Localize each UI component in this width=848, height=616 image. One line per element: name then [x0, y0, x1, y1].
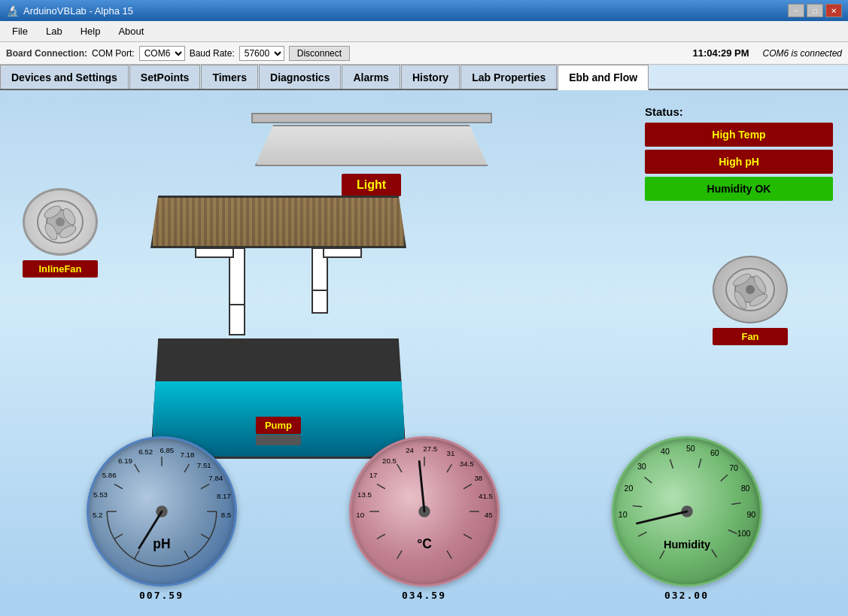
svg-line-23 [114, 484, 122, 489]
svg-line-24 [134, 464, 138, 472]
clock-display: 11:04:29 PM [692, 47, 749, 59]
pump-label: Pump [256, 417, 301, 434]
svg-text:5.86: 5.86 [102, 471, 116, 479]
maximize-button[interactable]: □ [807, 4, 823, 17]
svg-text:7.84: 7.84 [208, 474, 223, 482]
svg-rect-19 [324, 248, 361, 257]
com-port-label: COM Port: [92, 48, 135, 59]
tabs-bar: Devices and Settings SetPoints Timers Di… [0, 65, 848, 90]
svg-text:6.52: 6.52 [138, 448, 153, 456]
menu-help[interactable]: Help [71, 23, 110, 40]
svg-line-45 [397, 551, 401, 559]
svg-line-30 [184, 551, 189, 559]
svg-line-91 [637, 492, 686, 543]
svg-text:100: 100 [737, 529, 750, 538]
lamp-base [251, 113, 492, 123]
svg-text:90: 90 [746, 510, 755, 519]
svg-point-9 [746, 285, 755, 294]
status-panel: Status: High Temp High pH Humidity OK [645, 105, 833, 204]
light-label: Light [342, 174, 401, 196]
svg-line-21 [114, 534, 122, 539]
svg-line-71 [638, 532, 646, 536]
svg-text:20.5: 20.5 [382, 457, 397, 465]
svg-rect-18 [196, 248, 233, 257]
svg-line-48 [376, 484, 384, 489]
baud-rate-select[interactable]: 57600 [239, 46, 284, 61]
svg-text:40: 40 [660, 447, 669, 456]
board-connection-label: Board Connection: [6, 48, 87, 59]
tab-setpoints[interactable]: SetPoints [129, 65, 201, 89]
temp-gauge-container: 10 13.5 17 20.5 24 27.5 31 34.5 38 41.5 … [342, 436, 507, 601]
com-port-select[interactable]: COM6 [139, 46, 185, 61]
inline-fan-icon [23, 188, 98, 256]
main-content: Status: High Temp High pH Humidity OK In… [0, 90, 848, 616]
light-widget: Light [120, 113, 622, 196]
fan-right-icon [713, 256, 788, 323]
minimize-button[interactable]: − [788, 4, 804, 17]
svg-text:30: 30 [637, 462, 646, 471]
svg-text:24: 24 [406, 446, 414, 454]
svg-text:7.18: 7.18 [180, 451, 194, 459]
svg-line-76 [720, 475, 727, 481]
gauges-area: 5.2 5.53 5.86 6.19 6.52 6.85 7.18 7.51 7… [0, 436, 848, 601]
pipe-svg [150, 248, 406, 338]
humidity-gauge-svg: 10 20 30 40 50 60 70 80 90 100 H [614, 438, 760, 584]
humidity-gauge-container: 10 20 30 40 50 60 70 80 90 100 H [604, 436, 770, 601]
svg-text:45: 45 [484, 511, 492, 519]
ph-gauge: 5.2 5.53 5.86 6.19 6.52 6.85 7.18 7.51 7… [87, 436, 237, 587]
svg-text:pH: pH [153, 536, 170, 551]
svg-text:27.5: 27.5 [423, 445, 437, 453]
tab-devices-settings[interactable]: Devices and Settings [0, 65, 129, 89]
tab-diagnostics[interactable]: Diagnostics [259, 65, 341, 89]
fan-label: Fan [713, 328, 788, 345]
baud-rate-label: Baud Rate: [190, 48, 235, 59]
svg-line-68 [403, 462, 439, 511]
svg-text:34.5: 34.5 [459, 460, 473, 468]
menu-about[interactable]: About [109, 23, 153, 40]
svg-point-2 [56, 217, 65, 226]
grow-bed-texture [153, 198, 404, 246]
svg-line-46 [376, 534, 384, 539]
svg-line-20 [134, 551, 138, 559]
close-button[interactable]: ✕ [825, 4, 842, 17]
disconnect-button[interactable]: Disconnect [289, 46, 350, 61]
inline-fan-label: InlineFan [23, 260, 98, 278]
status-high-temp: High Temp [645, 123, 833, 147]
connection-status: COM6 is connected [763, 48, 842, 59]
svg-text:13.5: 13.5 [357, 490, 372, 499]
svg-line-72 [632, 505, 642, 506]
connection-bar: Board Connection: COM Port: COM6 Baud Ra… [0, 42, 848, 65]
temp-gauge-svg: 10 13.5 17 20.5 24 27.5 31 34.5 38 41.5 … [351, 438, 497, 584]
fan-right-widget: Fan [713, 256, 788, 345]
status-title: Status: [645, 105, 833, 118]
svg-rect-16 [312, 290, 327, 313]
inline-fan-widget: InlineFan [23, 188, 98, 278]
svg-line-73 [644, 477, 652, 483]
svg-text:50: 50 [685, 444, 695, 453]
status-humidity-ok: Humidity OK [645, 177, 833, 201]
menu-file[interactable]: File [3, 23, 37, 40]
menu-lab[interactable]: Lab [37, 23, 71, 40]
svg-line-77 [731, 503, 740, 505]
tab-history[interactable]: History [401, 65, 460, 89]
diagram-area: Pump [120, 196, 436, 459]
svg-text:6.85: 6.85 [160, 446, 174, 454]
ph-gauge-svg: 5.2 5.53 5.86 6.19 6.52 6.85 7.18 7.51 7… [89, 438, 235, 584]
svg-line-70 [659, 551, 664, 559]
svg-text:Humidity: Humidity [663, 539, 710, 551]
svg-text:60: 60 [710, 448, 719, 457]
svg-line-79 [711, 549, 716, 557]
tab-alarms[interactable]: Alarms [342, 65, 400, 89]
svg-text:41.5: 41.5 [479, 492, 493, 500]
ph-gauge-container: 5.2 5.53 5.86 6.19 6.52 6.85 7.18 7.51 7… [79, 436, 245, 601]
svg-text:8.5: 8.5 [220, 511, 230, 519]
svg-rect-17 [229, 305, 245, 335]
svg-line-29 [201, 534, 209, 539]
svg-text:6.19: 6.19 [118, 457, 132, 465]
temp-gauge: 10 13.5 17 20.5 24 27.5 31 34.5 38 41.5 … [349, 436, 500, 587]
svg-line-27 [201, 484, 209, 489]
tab-ebb-and-flow[interactable]: Ebb and Flow [558, 65, 649, 90]
svg-line-54 [464, 534, 472, 539]
tab-timers[interactable]: Timers [201, 65, 258, 89]
tab-lab-properties[interactable]: Lab Properties [460, 65, 557, 89]
